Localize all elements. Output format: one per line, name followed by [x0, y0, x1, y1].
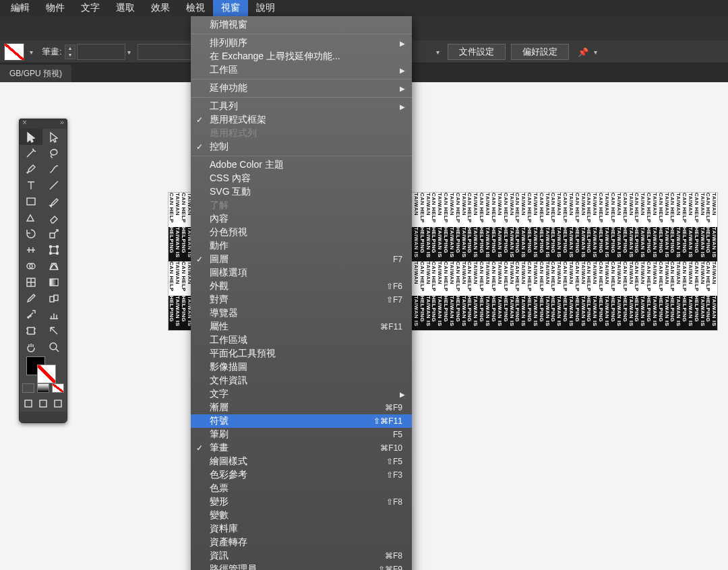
tool-symbol-sprayer[interactable]: [20, 307, 42, 323]
pattern-cell: TAIWAN IS HELPING: [694, 296, 706, 330]
tool-rotate[interactable]: [20, 226, 42, 242]
stroke-dropdown-icon[interactable]: ▾: [125, 49, 133, 56]
menu-檢視[interactable]: 檢視: [178, 0, 213, 16]
menu-item-色票[interactable]: 色票: [191, 482, 412, 495]
menu-item-文件資訊[interactable]: 文件資訊: [191, 374, 412, 387]
menu-item-漸層[interactable]: 漸層⌘F9: [191, 401, 412, 414]
tool-shaper[interactable]: [20, 210, 42, 226]
pattern-cell: TAIWAN CAN HELP: [646, 193, 658, 227]
menu-item-控制[interactable]: 控制: [191, 140, 412, 154]
tool-blend[interactable]: [42, 290, 65, 307]
stroke-weight-field[interactable]: [77, 44, 125, 60]
menu-item-平面化工具預視[interactable]: 平面化工具預視: [191, 347, 412, 360]
menu-item-Adobe Color 主題[interactable]: Adobe Color 主題: [191, 158, 412, 172]
document-setup-button[interactable]: 文件設定: [448, 44, 506, 60]
menu-item-排列順序[interactable]: 排列順序: [191, 36, 412, 50]
menu-選取[interactable]: 選取: [108, 0, 143, 16]
more-dropdown-icon[interactable]: ▾: [592, 49, 600, 56]
menu-item-繪圖樣式[interactable]: 繪圖樣式⇧F5: [191, 455, 412, 468]
tools-panel-header[interactable]: [20, 119, 67, 129]
color-mode-gradient[interactable]: [37, 383, 49, 393]
pattern-cell: TAIWAN IS HELPING: [658, 227, 670, 261]
align-dropdown-icon[interactable]: ▾: [434, 49, 442, 56]
menu-item-內容[interactable]: 內容: [191, 212, 412, 226]
mode-draw-behind[interactable]: [36, 395, 51, 412]
tool-pen[interactable]: [20, 161, 42, 177]
pattern-cell: TAIWAN IS HELPING: [491, 296, 503, 330]
menu-item-工作區域[interactable]: 工作區域: [191, 334, 412, 347]
menu-item-新增視窗[interactable]: 新增視窗: [191, 18, 412, 32]
tool-artboard[interactable]: [20, 323, 42, 339]
menu-視窗[interactable]: 視窗: [213, 0, 248, 16]
document-tab[interactable]: GB/GPU 預視): [0, 65, 71, 82]
menu-item-工具列[interactable]: 工具列: [191, 100, 412, 113]
menu-文字[interactable]: 文字: [73, 0, 108, 16]
menu-物件[interactable]: 物件: [38, 0, 73, 16]
mode-draw-inside[interactable]: [51, 395, 65, 412]
menu-item-資料庫[interactable]: 資料庫: [191, 522, 412, 536]
tool-selection[interactable]: [20, 129, 42, 145]
stroke-swatch[interactable]: [37, 365, 56, 383]
tool-line[interactable]: [42, 177, 65, 193]
tool-mesh[interactable]: [20, 274, 42, 290]
fill-swatch-none[interactable]: [4, 43, 24, 61]
tool-perspective[interactable]: [42, 258, 65, 274]
tool-rectangle[interactable]: [20, 193, 42, 210]
menu-item-屬性[interactable]: 屬性⌘F11: [191, 320, 412, 334]
stroke-weight-stepper[interactable]: ▴▾: [65, 44, 75, 59]
tool-shape-builder[interactable]: [20, 258, 42, 274]
tool-scale[interactable]: [42, 226, 65, 242]
tool-eraser[interactable]: [42, 210, 65, 226]
menu-item-資產轉存[interactable]: 資產轉存: [191, 536, 412, 549]
tool-type[interactable]: [20, 177, 42, 193]
preferences-button[interactable]: 偏好設定: [511, 44, 569, 60]
menu-item-工作區[interactable]: 工作區: [191, 63, 412, 77]
menu-item-變形[interactable]: 變形⇧F8: [191, 495, 412, 509]
tool-free-transform[interactable]: [42, 242, 65, 258]
tool-eyedropper[interactable]: [20, 290, 42, 307]
menu-item-SVG 互動[interactable]: SVG 互動: [191, 185, 412, 199]
tool-gradient[interactable]: [42, 274, 65, 290]
fill-stroke-swatches[interactable]: [20, 355, 67, 382]
menu-item-文字[interactable]: 文字: [191, 387, 412, 401]
menu-item-資訊[interactable]: 資訊⌘F8: [191, 549, 412, 563]
menu-item-在 Exchange 上尋找延伸功能...[interactable]: 在 Exchange 上尋找延伸功能...: [191, 50, 412, 63]
tool-magic-wand[interactable]: [20, 145, 42, 161]
tool-lasso[interactable]: [42, 145, 65, 161]
menu-item-動作[interactable]: 動作: [191, 239, 412, 253]
fill-dropdown-icon[interactable]: ▾: [27, 49, 35, 56]
tool-hand[interactable]: [20, 339, 42, 355]
menu-item-外觀[interactable]: 外觀⇧F6: [191, 280, 412, 293]
menu-item-對齊[interactable]: 對齊⇧F7: [191, 293, 412, 307]
mode-draw-normal[interactable]: [21, 395, 36, 412]
tool-zoom[interactable]: [42, 339, 65, 355]
tool-slice[interactable]: [42, 323, 65, 339]
menu-item-延伸功能[interactable]: 延伸功能: [191, 82, 412, 95]
menu-item-應用程式列: 應用程式列: [191, 127, 412, 140]
pattern-cell: TAIWAN IS HELPING: [610, 227, 622, 261]
menu-效果[interactable]: 效果: [143, 0, 178, 16]
menu-item-符號[interactable]: 符號⇧⌘F11: [191, 414, 412, 428]
menu-item-變數[interactable]: 變數: [191, 509, 412, 522]
menu-item-圖層[interactable]: 圖層F7: [191, 253, 412, 266]
menu-item-色彩參考[interactable]: 色彩參考⇧F3: [191, 468, 412, 482]
menu-編輯[interactable]: 編輯: [3, 0, 38, 16]
pin-icon[interactable]: 📌: [574, 44, 592, 59]
menu-item-筆畫[interactable]: 筆畫⌘F10: [191, 441, 412, 455]
tool-graph[interactable]: [42, 307, 65, 323]
color-mode-solid[interactable]: [22, 383, 34, 393]
menu-item-導覽器[interactable]: 導覽器: [191, 307, 412, 320]
menu-item-圖樣選項[interactable]: 圖樣選項: [191, 266, 412, 280]
tool-paintbrush[interactable]: [42, 193, 65, 210]
menu-item-影像描圖[interactable]: 影像描圖: [191, 360, 412, 374]
color-mode-none[interactable]: [52, 383, 64, 393]
tool-width[interactable]: [20, 242, 42, 258]
menu-item-路徑管理員[interactable]: 路徑管理員⇧⌘F9: [191, 563, 412, 570]
menu-item-應用程式框架[interactable]: 應用程式框架: [191, 113, 412, 127]
tool-direct-selection[interactable]: [42, 129, 65, 145]
menu-item-CSS 內容[interactable]: CSS 內容: [191, 172, 412, 185]
menu-item-筆刷[interactable]: 筆刷F5: [191, 428, 412, 441]
menu-item-分色預視[interactable]: 分色預視: [191, 226, 412, 239]
menu-說明[interactable]: 說明: [248, 0, 283, 16]
tool-curvature[interactable]: [42, 161, 65, 177]
